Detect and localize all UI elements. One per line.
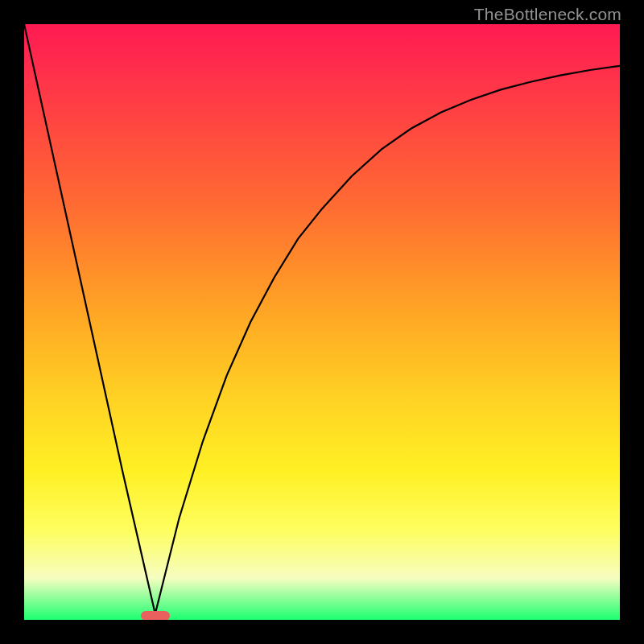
bottleneck-marker [141,611,170,620]
chart-frame: TheBottleneck.com [0,0,644,644]
watermark-text: TheBottleneck.com [474,5,621,24]
plot-area [24,24,620,620]
bottleneck-curve [24,24,620,620]
